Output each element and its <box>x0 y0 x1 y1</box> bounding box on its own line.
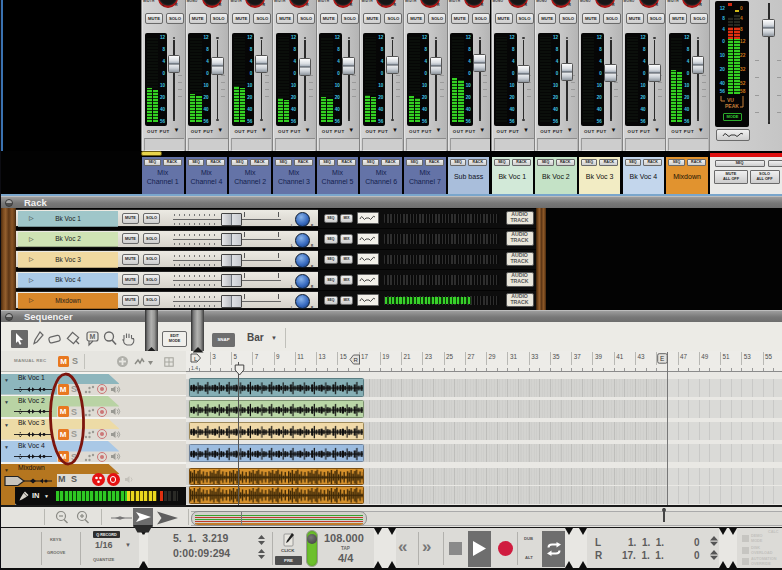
svg-text:R: R <box>354 357 359 363</box>
svg-text:1.4: 1.4 <box>191 365 198 371</box>
svg-text:PEAK: PEAK <box>725 103 739 109</box>
svg-text:E: E <box>660 355 665 362</box>
svg-text:M: M <box>90 333 96 340</box>
